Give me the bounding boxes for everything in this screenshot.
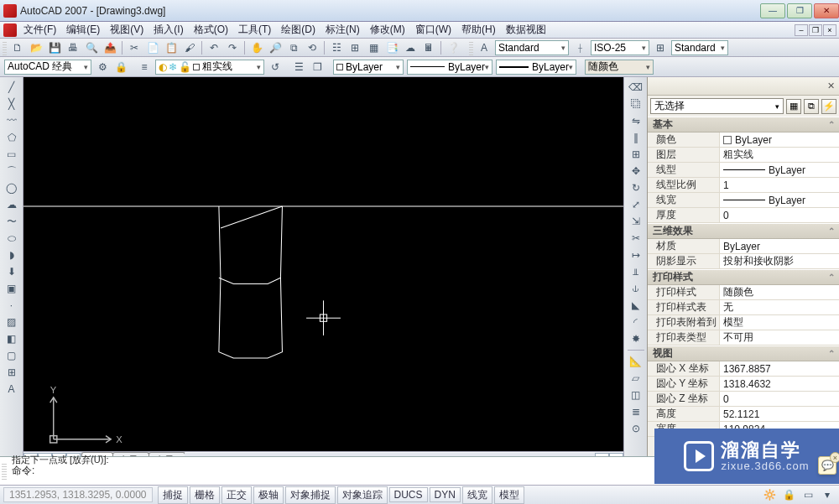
- layer-iso-icon[interactable]: ❐: [309, 60, 326, 75]
- list-icon[interactable]: ≣: [627, 404, 645, 419]
- notification-close-icon[interactable]: ×: [830, 452, 839, 463]
- menu-window[interactable]: 窗口(W): [410, 21, 456, 39]
- tablestyle-icon[interactable]: ⊞: [652, 40, 669, 55]
- toggle-otrack[interactable]: 对象追踪: [337, 486, 388, 504]
- collapse-plot-icon[interactable]: ⌃: [828, 273, 835, 282]
- point-icon[interactable]: ·: [3, 298, 21, 313]
- menu-format[interactable]: 格式(O): [189, 21, 233, 39]
- maximize-button[interactable]: ❐: [787, 3, 812, 18]
- offset-icon[interactable]: ‖: [627, 130, 645, 145]
- status-menu-icon[interactable]: ▾: [820, 488, 835, 501]
- val-pstyle[interactable]: 随颜色: [719, 285, 839, 299]
- explode-icon[interactable]: ✸: [627, 331, 645, 346]
- val-lweight[interactable]: ByLayer: [719, 193, 839, 207]
- tablestyle-combo[interactable]: Standard▾: [671, 40, 728, 55]
- pan-icon[interactable]: ✋: [248, 40, 265, 55]
- trim-icon[interactable]: ✂: [627, 231, 645, 246]
- comm-center-icon[interactable]: 🔆: [762, 488, 777, 501]
- lock-ui-icon[interactable]: 🔒: [781, 488, 796, 501]
- preview-icon[interactable]: 🔍: [83, 40, 100, 55]
- ellipsearc-icon[interactable]: ◗: [3, 247, 21, 262]
- collapse-view-icon[interactable]: ⌃: [828, 349, 835, 358]
- erase-icon[interactable]: ⌫: [627, 80, 645, 95]
- coordinates-readout[interactable]: 1351.2953, 1318.3295, 0.0000: [3, 487, 153, 502]
- save-icon[interactable]: 💾: [46, 40, 63, 55]
- id-icon[interactable]: ⊙: [627, 421, 645, 436]
- toggle-grid[interactable]: 栅格: [190, 486, 220, 504]
- qcalc-icon[interactable]: 🖩: [420, 40, 437, 55]
- val-ptype[interactable]: 不可用: [719, 330, 839, 345]
- linetype-combo[interactable]: ByLayer▾: [407, 60, 492, 75]
- toggle-dyn[interactable]: DYN: [430, 487, 461, 502]
- close-button[interactable]: ✕: [814, 3, 839, 18]
- layer-states-icon[interactable]: ☰: [290, 60, 307, 75]
- menu-file[interactable]: 文件(F): [18, 21, 61, 39]
- move-icon[interactable]: ✥: [627, 164, 645, 179]
- properties-close-button[interactable]: ✕: [825, 81, 836, 91]
- workspace-lock-icon[interactable]: 🔒: [112, 60, 129, 75]
- zoom-prev-icon[interactable]: ⟲: [304, 40, 320, 55]
- menu-tools[interactable]: 工具(T): [233, 21, 276, 39]
- clean-screen-icon[interactable]: ▭: [800, 488, 816, 501]
- menu-view[interactable]: 视图(V): [105, 21, 149, 39]
- val-layer[interactable]: 粗实线: [719, 148, 839, 162]
- plot-icon[interactable]: 🖶: [65, 40, 81, 55]
- copy-obj-icon[interactable]: ⿻: [627, 96, 645, 112]
- block-icon[interactable]: ▣: [3, 281, 21, 296]
- notification-badge[interactable]: 💬 ×: [818, 456, 836, 475]
- designcenter-icon[interactable]: ⊞: [347, 40, 363, 55]
- properties-icon[interactable]: ☷: [328, 40, 345, 55]
- plotstyle-combo[interactable]: 随颜色▾: [585, 60, 654, 75]
- layer-manager-icon[interactable]: ≡: [136, 60, 153, 75]
- toggle-lwt[interactable]: 线宽: [462, 486, 492, 504]
- ellipse-icon[interactable]: ⬭: [3, 231, 21, 246]
- textstyle-icon[interactable]: A: [476, 40, 492, 55]
- dist-icon[interactable]: 📐: [627, 354, 645, 369]
- publish-icon[interactable]: 📤: [102, 40, 118, 55]
- stretch-icon[interactable]: ⇲: [627, 214, 645, 229]
- val-material[interactable]: ByLayer: [719, 239, 839, 253]
- rotate-icon[interactable]: ↻: [627, 180, 645, 195]
- new-icon[interactable]: 🗋: [9, 40, 26, 55]
- cut-icon[interactable]: ✂: [126, 40, 143, 55]
- help-icon[interactable]: ❔: [445, 40, 461, 55]
- menu-help[interactable]: 帮助(H): [456, 21, 501, 39]
- copy-icon[interactable]: 📄: [144, 40, 161, 55]
- val-ltype[interactable]: ByLayer: [719, 163, 839, 177]
- extend-icon[interactable]: ↦: [627, 247, 645, 262]
- collapse-3d-icon[interactable]: ⌃: [828, 226, 835, 236]
- collapse-basic-icon[interactable]: ⌃: [828, 120, 835, 129]
- toggle-model[interactable]: 模型: [494, 486, 524, 504]
- circle-icon[interactable]: ◯: [3, 180, 21, 195]
- spline-icon[interactable]: 〜: [3, 214, 21, 229]
- doc-minimize-button[interactable]: –: [795, 24, 808, 36]
- toggle-osnap[interactable]: 对象捕捉: [285, 486, 336, 504]
- val-pattach[interactable]: 模型: [719, 315, 839, 330]
- mirror-icon[interactable]: ⇋: [627, 113, 645, 128]
- toggle-ducs[interactable]: DUCS: [389, 487, 428, 502]
- rectangle-icon[interactable]: ▭: [3, 147, 21, 162]
- markup-icon[interactable]: ☁: [402, 40, 419, 55]
- val-ltscale[interactable]: 1: [719, 178, 839, 192]
- doc-close-button[interactable]: ×: [823, 24, 836, 36]
- array-icon[interactable]: ⊞: [627, 147, 645, 162]
- minimize-button[interactable]: —: [760, 3, 785, 18]
- toggle-snap[interactable]: 捕捉: [158, 486, 188, 504]
- insert-icon[interactable]: ⬇: [3, 264, 21, 279]
- layer-combo[interactable]: ◐ ❄ 🔓 粗实线 ▾: [155, 60, 264, 75]
- workspace-combo[interactable]: AutoCAD 经典▾: [4, 60, 91, 75]
- gradient-icon[interactable]: ◧: [3, 331, 21, 346]
- val-ptable[interactable]: 无: [719, 300, 839, 314]
- lineweight-combo[interactable]: ByLayer▾: [496, 60, 576, 75]
- menu-draw[interactable]: 绘图(D): [276, 21, 320, 39]
- line-icon[interactable]: ╱: [3, 80, 21, 95]
- pline-icon[interactable]: 〰: [3, 113, 21, 128]
- zoom-window-icon[interactable]: ⧉: [285, 40, 302, 55]
- selection-combo[interactable]: 无选择▾: [650, 98, 784, 114]
- menu-insert[interactable]: 插入(I): [149, 21, 188, 39]
- menu-edit[interactable]: 编辑(E): [61, 21, 105, 39]
- join-icon[interactable]: ⫝: [627, 281, 645, 296]
- val-shadow[interactable]: 投射和接收阴影: [719, 254, 839, 268]
- workspace-settings-icon[interactable]: ⚙: [94, 60, 111, 75]
- toggle-polar[interactable]: 极轴: [253, 486, 284, 504]
